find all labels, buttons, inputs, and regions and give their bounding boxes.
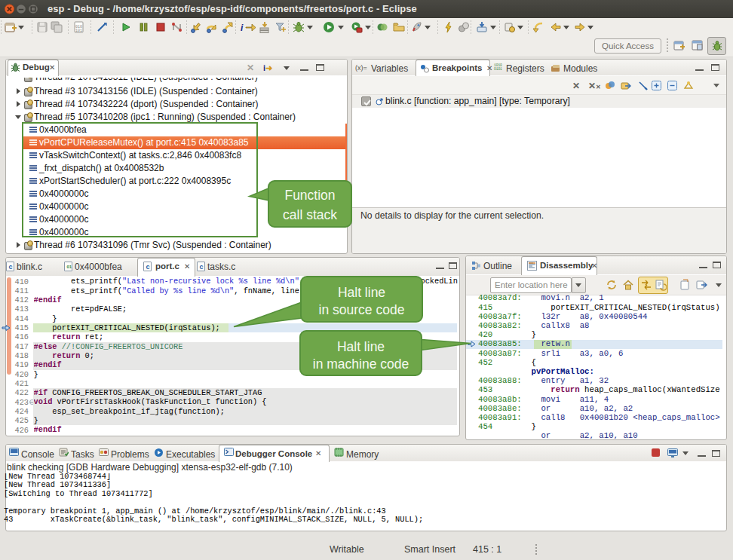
svg-text:101: 101 xyxy=(75,29,82,33)
